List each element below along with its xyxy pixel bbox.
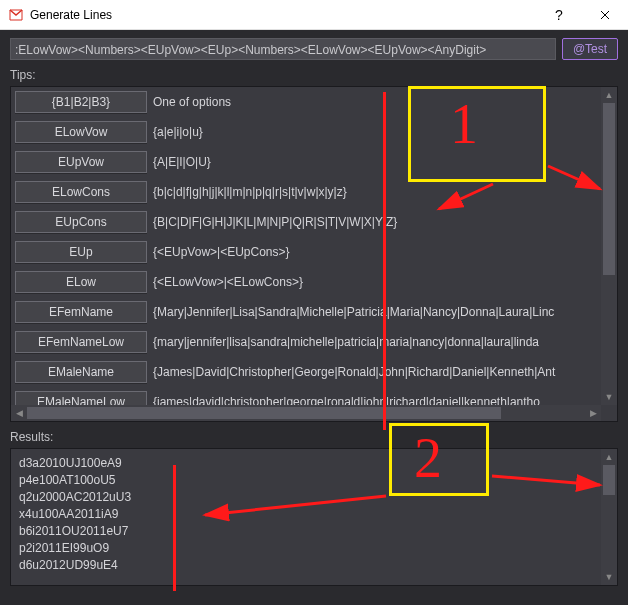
tips-row: ELowVow{a|e|i|o|u} [11,117,601,147]
test-button[interactable]: @Test [562,38,618,60]
tips-row: EMaleName{James|David|Christopher|George… [11,357,601,387]
results-panel: d3a2010UJ100eA9p4e100AT100oU5q2u2000AC20… [10,448,618,586]
result-line: p4e100AT100oU5 [19,472,593,489]
tips-panel: {B1|B2|B3}One of optionsELowVow{a|e|i|o|… [10,86,618,422]
tag-value: One of options [153,95,597,109]
tips-row: ELowCons{b|c|d|f|g|h|j|k|l|m|n|p|q|r|s|t… [11,177,601,207]
tips-row: EMaleNameLow{james|david|christopher|geo… [11,387,601,405]
tips-row: ELow{<ELowVow>|<ELowCons>} [11,267,601,297]
result-line: d3a2010UJ100eA9 [19,455,593,472]
tips-vscrollbar[interactable]: ▲▼ [601,87,617,405]
app-icon [8,7,24,23]
tag-button[interactable]: EUpVow [15,151,147,173]
close-button[interactable] [582,0,628,30]
tips-row: {B1|B2|B3}One of options [11,87,601,117]
results-label: Results: [0,428,628,448]
tag-value: {Mary|Jennifer|Lisa|Sandra|Michelle|Patr… [153,305,597,319]
tag-value: {<ELowVow>|<ELowCons>} [153,275,597,289]
tag-button[interactable]: EMaleNameLow [15,391,147,405]
tips-row: EUpCons{B|C|D|F|G|H|J|K|L|M|N|P|Q|R|S|T|… [11,207,601,237]
tag-button[interactable]: EUpCons [15,211,147,233]
result-line: d6u2012UD99uE4 [19,557,593,574]
tag-value: {james|david|christopher|george|ronald|j… [153,395,597,405]
tag-value: {mary|jennifer|lisa|sandra|michelle|patr… [153,335,597,349]
result-line: x4u100AA2011iA9 [19,506,593,523]
tips-row: EUpVow{A|E|I|O|U} [11,147,601,177]
tips-row: EFemName{Mary|Jennifer|Lisa|Sandra|Miche… [11,297,601,327]
tag-button[interactable]: ELowCons [15,181,147,203]
tag-value: {B|C|D|F|G|H|J|K|L|M|N|P|Q|R|S|T|V|W|X|Y… [153,215,597,229]
results-vscrollbar[interactable]: ▲▼ [601,449,617,585]
tag-value: {<EUpVow>|<EUpCons>} [153,245,597,259]
pattern-input[interactable]: :ELowVow><Numbers><EUpVow><EUp><Numbers>… [10,38,556,60]
tag-value: {a|e|i|o|u} [153,125,597,139]
titlebar: Generate Lines ? [0,0,628,30]
tips-label: Tips: [0,66,628,86]
tag-value: {b|c|d|f|g|h|j|k|l|m|n|p|q|r|s|t|v|w|x|y… [153,185,597,199]
tips-hscrollbar[interactable]: ◀▶ [11,405,601,421]
tag-button[interactable]: ELow [15,271,147,293]
tips-row: EUp{<EUpVow>|<EUpCons>} [11,237,601,267]
tag-button[interactable]: ELowVow [15,121,147,143]
result-line: q2u2000AC2012uU3 [19,489,593,506]
result-line: p2i2011EI99uO9 [19,540,593,557]
tag-button[interactable]: {B1|B2|B3} [15,91,147,113]
tag-value: {A|E|I|O|U} [153,155,597,169]
result-line: b6i2011OU2011eU7 [19,523,593,540]
tag-button[interactable]: EFemNameLow [15,331,147,353]
dialog-body: :ELowVow><Numbers><EUpVow><EUp><Numbers>… [0,30,628,605]
tips-row: EFemNameLow{mary|jennifer|lisa|sandra|mi… [11,327,601,357]
tag-button[interactable]: EMaleName [15,361,147,383]
tag-button[interactable]: EUp [15,241,147,263]
help-button[interactable]: ? [536,0,582,30]
tag-value: {James|David|Christopher|George|Ronald|J… [153,365,597,379]
tag-button[interactable]: EFemName [15,301,147,323]
window-title: Generate Lines [30,8,536,22]
